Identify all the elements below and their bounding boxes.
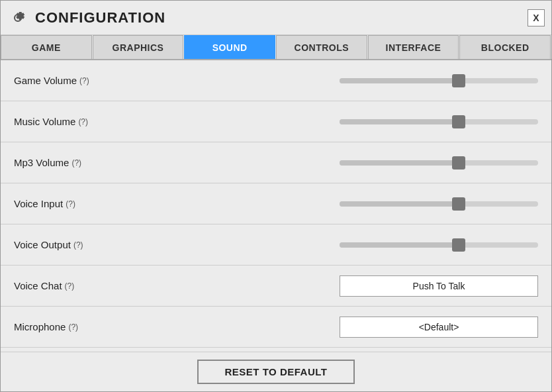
- footer: RESET TO DEFAULT: [1, 352, 551, 391]
- tab-bar: GAME GRAPHICS SOUND CONTROLS INTERFACE B…: [1, 35, 551, 60]
- title-bar: CONFIGURATION X: [1, 1, 551, 35]
- music-volume-label: Music Volume (?): [14, 116, 146, 127]
- microphone-label: Microphone (?): [14, 321, 146, 332]
- microphone-select[interactable]: <Default>: [340, 317, 538, 338]
- music-volume-slider[interactable]: [340, 115, 538, 128]
- tab-game[interactable]: GAME: [1, 35, 92, 59]
- mp3-volume-slider[interactable]: [340, 156, 538, 170]
- microphone-help[interactable]: (?): [68, 322, 78, 332]
- voice-chat-control: Push To Talk: [146, 275, 538, 297]
- voice-output-label: Voice Output (?): [14, 239, 146, 250]
- tab-sound[interactable]: SOUND: [184, 35, 275, 59]
- setting-row-voice-output: Voice Output (?): [1, 224, 551, 266]
- tab-graphics[interactable]: GRAPHICS: [93, 35, 184, 59]
- game-volume-help[interactable]: (?): [79, 76, 89, 85]
- game-volume-control: [146, 74, 538, 87]
- voice-chat-label: Voice Chat (?): [14, 280, 146, 291]
- voice-input-control: [146, 197, 538, 211]
- tab-interface[interactable]: INTERFACE: [368, 35, 459, 59]
- tab-blocked[interactable]: BLOCKED: [459, 35, 551, 59]
- reset-to-default-button[interactable]: RESET TO DEFAULT: [197, 360, 355, 384]
- mp3-volume-label: Mp3 Volume (?): [14, 157, 146, 168]
- setting-row-music-volume: Music Volume (?): [1, 101, 551, 142]
- voice-output-control: [146, 238, 538, 252]
- voice-chat-help[interactable]: (?): [65, 281, 75, 291]
- mp3-volume-help[interactable]: (?): [71, 158, 81, 168]
- voice-output-help[interactable]: (?): [73, 240, 83, 250]
- setting-row-mp3-volume: Mp3 Volume (?): [1, 142, 551, 183]
- configuration-window: CONFIGURATION X GAME GRAPHICS SOUND CONT…: [0, 0, 552, 392]
- microphone-control: <Default>: [146, 317, 538, 338]
- voice-chat-select[interactable]: Push To Talk: [340, 275, 538, 297]
- tab-controls[interactable]: CONTROLS: [276, 35, 367, 59]
- close-button[interactable]: X: [528, 9, 545, 26]
- gear-icon: [7, 7, 28, 28]
- voice-input-slider[interactable]: [340, 197, 538, 211]
- music-volume-help[interactable]: (?): [78, 117, 88, 126]
- setting-row-voice-input: Voice Input (?): [1, 183, 551, 224]
- voice-input-label: Voice Input (?): [14, 198, 146, 209]
- mp3-volume-control: [146, 156, 538, 170]
- voice-output-slider[interactable]: [340, 238, 538, 252]
- game-volume-label: Game Volume (?): [14, 75, 146, 86]
- setting-row-game-volume: Game Volume (?): [1, 60, 551, 101]
- setting-row-voice-chat: Voice Chat (?) Push To Talk: [1, 266, 551, 307]
- window-title: CONFIGURATION: [35, 9, 528, 26]
- voice-input-help[interactable]: (?): [66, 199, 75, 209]
- settings-content: Game Volume (?) Music Volume (?): [1, 60, 551, 352]
- setting-row-microphone: Microphone (?) <Default>: [1, 307, 551, 348]
- music-volume-control: [146, 115, 538, 128]
- game-volume-slider[interactable]: [340, 74, 538, 87]
